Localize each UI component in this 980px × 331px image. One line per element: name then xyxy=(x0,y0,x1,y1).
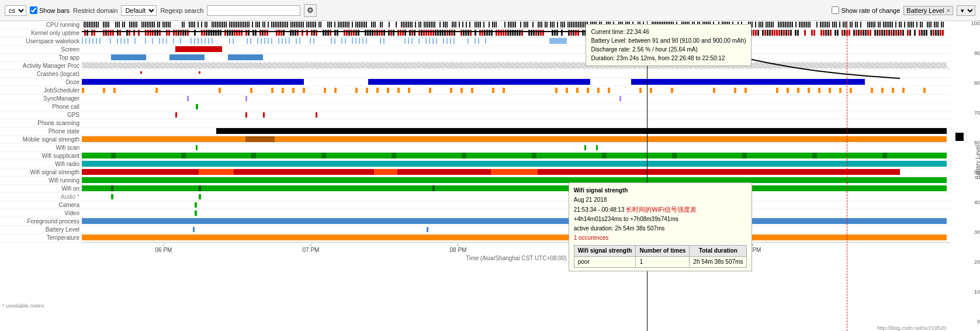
svg-rect-135 xyxy=(415,22,416,27)
svg-rect-905 xyxy=(408,88,410,93)
chart-row-19[interactable] xyxy=(82,177,951,185)
svg-rect-489 xyxy=(556,30,558,36)
svg-rect-112 xyxy=(348,22,349,27)
chart-row-11[interactable] xyxy=(82,111,951,119)
svg-rect-560 xyxy=(764,30,766,36)
battery-level-close-icon[interactable]: × xyxy=(947,7,950,14)
chart-row-9[interactable] xyxy=(82,95,951,103)
svg-rect-565 xyxy=(776,30,778,36)
chart-row-5[interactable] xyxy=(82,62,951,70)
chart-row-21[interactable] xyxy=(82,193,951,201)
battery-level-dropdown[interactable]: ▾ xyxy=(957,5,975,16)
svg-rect-64 xyxy=(241,22,243,27)
chart-row-8[interactable] xyxy=(82,87,951,95)
svg-rect-48 xyxy=(212,22,213,27)
svg-rect-614 xyxy=(923,30,925,36)
svg-rect-178 xyxy=(541,22,542,27)
chart-row-20[interactable] xyxy=(82,185,951,193)
tt2-title: Wifi signal strength xyxy=(574,186,747,195)
svg-rect-490 xyxy=(561,30,563,36)
svg-rect-386 xyxy=(241,30,243,36)
svg-rect-453 xyxy=(449,30,451,36)
chart-row-3[interactable] xyxy=(82,46,951,54)
show-rate-toggle[interactable]: Show rate of change xyxy=(832,6,900,14)
chart-row-7[interactable] xyxy=(82,78,951,87)
chart-row-24[interactable] xyxy=(82,218,951,226)
svg-rect-187 xyxy=(564,22,565,27)
row-label-16: Wifi supplicant xyxy=(0,152,82,160)
chart-row-10[interactable] xyxy=(82,103,951,111)
tooltip-wifi-signal: Wifi signal strength Aug 21 2018 21:53:3… xyxy=(569,182,753,272)
svg-rect-895 xyxy=(282,88,284,93)
svg-rect-277 xyxy=(790,22,791,27)
show-bars-toggle[interactable]: Show bars xyxy=(30,6,70,14)
svg-rect-164 xyxy=(496,22,497,27)
svg-rect-473 xyxy=(507,30,509,36)
svg-rect-308 xyxy=(871,22,872,27)
chart-row-26[interactable] xyxy=(82,234,951,242)
svg-rect-262 xyxy=(759,22,760,27)
svg-rect-331 xyxy=(929,22,930,27)
svg-text:07 PM: 07 PM xyxy=(303,247,320,253)
chart-canvas: 06 PM07 PM08 PM09 PM10 PMTime (Asia/Shan… xyxy=(82,21,951,331)
svg-rect-917 xyxy=(608,88,610,93)
chart-row-14[interactable] xyxy=(82,136,951,144)
svg-rect-956 xyxy=(251,153,256,158)
filter-select[interactable]: cs xyxy=(5,5,26,16)
chart-row-16[interactable] xyxy=(82,152,951,160)
svg-rect-133 xyxy=(410,22,411,27)
chart-row-18[interactable] xyxy=(82,168,951,177)
show-rate-checkbox[interactable] xyxy=(832,6,839,14)
chart-row-25[interactable] xyxy=(82,226,951,234)
svg-rect-651 xyxy=(250,38,251,44)
svg-rect-89 xyxy=(296,22,297,27)
svg-rect-189 xyxy=(569,22,570,27)
chart-area[interactable]: 06 PM07 PM08 PM09 PM10 PMTime (Asia/Shan… xyxy=(82,21,951,331)
svg-rect-411 xyxy=(330,30,331,36)
tt2-td: 2h 54m 38s 507ms xyxy=(690,257,747,268)
svg-rect-362 xyxy=(173,30,175,36)
svg-rect-355 xyxy=(150,30,151,36)
svg-rect-929 xyxy=(829,88,831,93)
chart-row-15[interactable] xyxy=(82,144,951,152)
svg-rect-457 xyxy=(463,30,465,36)
svg-rect-128 xyxy=(401,22,402,27)
svg-rect-442 xyxy=(423,30,425,36)
chart-row-4[interactable] xyxy=(82,54,951,62)
chart-row-2[interactable] xyxy=(82,37,951,46)
svg-rect-390 xyxy=(255,30,257,36)
chart-row-0[interactable] xyxy=(82,21,951,29)
svg-rect-162 xyxy=(492,22,493,27)
chart-row-1[interactable] xyxy=(82,29,951,37)
svg-rect-161 xyxy=(489,22,490,27)
svg-rect-395 xyxy=(276,30,278,36)
svg-rect-301 xyxy=(850,22,851,27)
battery-level-tag-label: Battery Level xyxy=(906,7,944,14)
chart-row-12[interactable] xyxy=(82,119,951,127)
regexp-search-input[interactable] xyxy=(207,5,300,16)
chart-row-23[interactable] xyxy=(82,209,951,218)
svg-rect-110 xyxy=(345,22,346,27)
show-bars-checkbox[interactable] xyxy=(30,6,37,14)
svg-rect-363 xyxy=(175,30,177,36)
svg-rect-148 xyxy=(446,22,448,27)
svg-rect-887 xyxy=(631,79,865,85)
chart-row-22[interactable] xyxy=(82,201,951,209)
svg-rect-599 xyxy=(881,30,883,36)
svg-rect-962 xyxy=(672,153,677,158)
svg-rect-558 xyxy=(757,30,759,36)
chart-row-6[interactable] xyxy=(82,70,951,78)
svg-rect-645 xyxy=(205,38,206,44)
svg-rect-609 xyxy=(907,30,909,36)
chart-row-17[interactable] xyxy=(82,160,951,168)
svg-rect-417 xyxy=(351,30,352,36)
svg-rect-92 xyxy=(301,22,302,27)
svg-rect-930 xyxy=(839,88,842,93)
svg-rect-190 xyxy=(571,22,572,27)
restrict-domain-select[interactable]: Default xyxy=(121,5,157,16)
chart-row-13[interactable] xyxy=(82,127,951,136)
svg-rect-406 xyxy=(313,30,315,36)
gear-button[interactable]: ⚙ xyxy=(304,4,317,17)
tt2-td: poor xyxy=(574,257,636,268)
svg-rect-425 xyxy=(374,30,376,36)
